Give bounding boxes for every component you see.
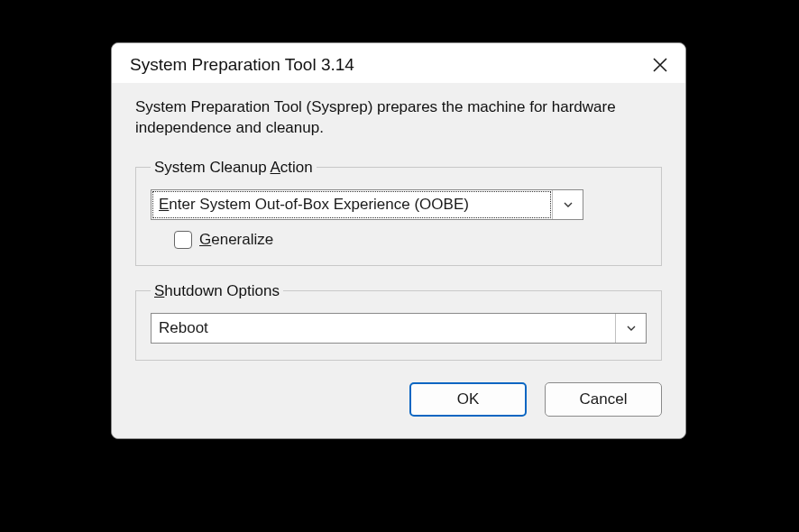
cleanup-legend-suffix: ction bbox=[280, 159, 313, 176]
description-text: System Preparation Tool (Sysprep) prepar… bbox=[135, 97, 662, 139]
shutdown-option-combobox[interactable]: Reboot bbox=[151, 313, 647, 344]
generalize-hotkey: G bbox=[199, 231, 211, 248]
cleanup-action-hotkey: E bbox=[159, 196, 169, 213]
shutdown-legend-suffix: hutdown Options bbox=[164, 282, 280, 299]
cleanup-action-value: Enter System Out-of-Box Experience (OOBE… bbox=[152, 191, 551, 218]
close-icon bbox=[652, 57, 668, 73]
cleanup-group: System Cleanup Action Enter System Out-o… bbox=[135, 159, 662, 266]
cleanup-action-text: nter System Out-of-Box Experience (OOBE) bbox=[169, 196, 469, 213]
shutdown-legend-hotkey: S bbox=[154, 282, 164, 299]
shutdown-option-value: Reboot bbox=[152, 314, 615, 343]
cleanup-legend-prefix: System Cleanup bbox=[154, 159, 271, 176]
cancel-button[interactable]: Cancel bbox=[545, 382, 662, 417]
cleanup-legend: System Cleanup Action bbox=[151, 159, 317, 177]
generalize-checkbox[interactable] bbox=[174, 231, 192, 249]
shutdown-combo-arrow[interactable] bbox=[615, 314, 646, 343]
generalize-label: Generalize bbox=[199, 231, 273, 249]
chevron-down-icon bbox=[563, 199, 574, 210]
shutdown-legend: Shutdown Options bbox=[151, 282, 283, 300]
sysprep-dialog: System Preparation Tool 3.14 System Prep… bbox=[111, 42, 686, 439]
cleanup-combo-container: Enter System Out-of-Box Experience (OOBE… bbox=[151, 189, 583, 220]
ok-button[interactable]: OK bbox=[409, 382, 527, 417]
chevron-down-icon bbox=[626, 323, 637, 334]
cancel-button-label: Cancel bbox=[580, 390, 628, 408]
window-title: System Preparation Tool 3.14 bbox=[130, 55, 354, 75]
cleanup-legend-hotkey: A bbox=[271, 159, 280, 176]
generalize-row: Generalize bbox=[174, 231, 647, 249]
cleanup-combo-arrow[interactable] bbox=[552, 190, 583, 219]
generalize-text: eneralize bbox=[211, 231, 273, 248]
cleanup-action-combobox[interactable]: Enter System Out-of-Box Experience (OOBE… bbox=[151, 189, 583, 220]
shutdown-group: Shutdown Options Reboot bbox=[135, 282, 662, 361]
button-row: OK Cancel bbox=[135, 382, 662, 417]
ok-button-label: OK bbox=[457, 390, 480, 408]
close-button[interactable] bbox=[649, 54, 671, 76]
titlebar: System Preparation Tool 3.14 bbox=[112, 43, 685, 83]
dialog-body: System Preparation Tool (Sysprep) prepar… bbox=[112, 83, 685, 438]
